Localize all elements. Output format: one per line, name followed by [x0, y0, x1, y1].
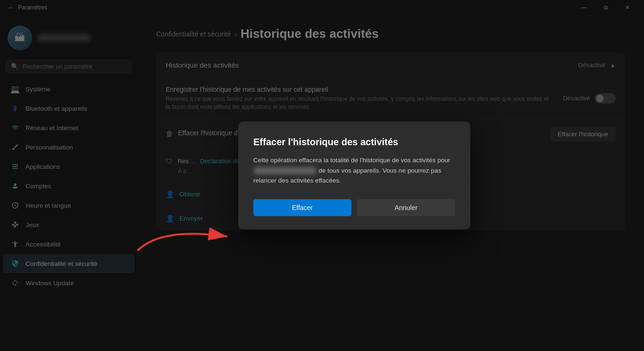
dialog-body-line1: Cette opération effacera la totalité de … — [253, 157, 450, 164]
dialog-username-blurred — [254, 167, 316, 174]
dialog-body: Cette opération effacera la totalité de … — [253, 155, 455, 186]
confirm-dialog: Effacer l'historique des activités Cette… — [238, 122, 470, 229]
dialog-title: Effacer l'historique des activités — [253, 137, 455, 148]
dialog-actions: Effacer Annuler — [253, 199, 455, 216]
cancel-button[interactable]: Annuler — [357, 199, 455, 216]
confirm-button[interactable]: Effacer — [253, 199, 351, 216]
